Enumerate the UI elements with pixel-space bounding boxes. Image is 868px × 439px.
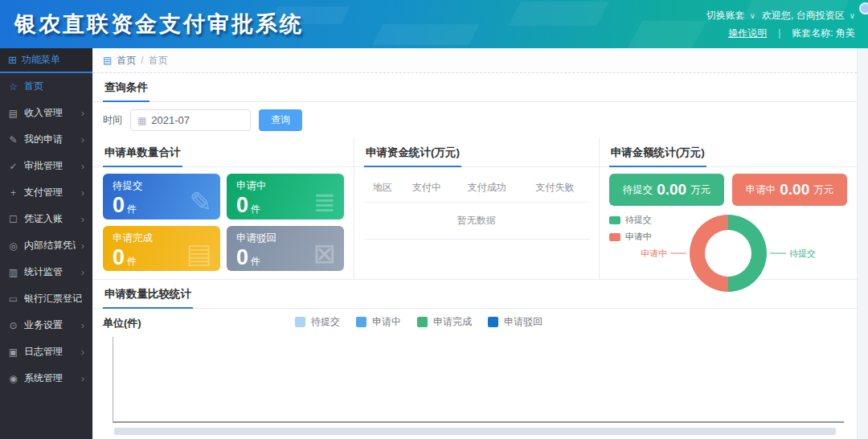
donut-label-pending: 待提交 (770, 248, 816, 260)
legend-swatch (356, 317, 366, 327)
chevron-right-icon: › (81, 319, 84, 331)
sidebar-item-income[interactable]: ▤ 收入管理 › (0, 100, 92, 126)
document-icon: ▤ (186, 237, 212, 269)
fund-stats-title: 申请资金统计(万元) (364, 138, 461, 167)
legend-item-in-progress[interactable]: 申请中 (356, 315, 401, 329)
chevron-right-icon: › (81, 160, 84, 172)
fund-stats-table: 地区 支付中 支付成功 支付失败 暂无数据 (364, 174, 589, 240)
fund-stats-panel: 申请资金统计(万元) 地区 支付中 支付成功 支付失败 (354, 138, 600, 279)
sidebar-item-statistics[interactable]: ▥ 统计监管 › (0, 259, 92, 285)
callout-line (670, 253, 686, 254)
chevron-right-icon: › (81, 372, 84, 384)
legend-item-pending[interactable]: 待提交 (609, 214, 652, 226)
sidebar-menu-header: ⊞ 功能菜单 (0, 48, 92, 73)
legend-item-rejected[interactable]: 申请驳回 (488, 315, 542, 329)
chevron-down-icon: ∨ (750, 11, 755, 20)
stat-card-in-progress[interactable]: 申请中 0件 ≣ (227, 174, 344, 220)
query-section-title: 查询条件 (103, 73, 149, 102)
sidebar-item-internal-settlement[interactable]: ◎ 内部结算凭证 › (0, 232, 92, 259)
bank-draft-icon: ▭ (8, 293, 18, 305)
document-reject-icon: ⊠ (313, 237, 336, 269)
home-icon: ☆ (8, 81, 18, 92)
time-label: 时间 (103, 113, 122, 127)
donut-label-inprogress: 申请中 (641, 248, 686, 260)
menu-grid-icon: ⊞ (8, 54, 17, 66)
business-settings-icon: ⊙ (8, 320, 18, 331)
header-decor (372, 24, 480, 45)
amount-donut-chart: 待提交 申请中 申请中 (609, 212, 847, 294)
chevron-down-icon: ∨ (850, 11, 855, 20)
switch-account-label: 切换账套 (706, 9, 745, 23)
compare-section: 申请数量比较统计 单位(件) 待提交 申请中 (93, 280, 857, 439)
legend-swatch (609, 233, 620, 241)
sidebar-item-log[interactable]: ▣ 日志管理 › (0, 338, 92, 365)
my-application-icon: ✎ (8, 134, 18, 146)
legend-swatch (609, 216, 620, 224)
sidebar-item-my-application[interactable]: ✎ 我的申请 › (0, 126, 92, 153)
empty-data-text: 暂无数据 (364, 203, 589, 240)
date-input[interactable] (151, 114, 244, 126)
amount-stats-title: 申请金额统计(万元) (609, 138, 706, 167)
compare-legend: 待提交 申请中 申请完成 (93, 315, 744, 329)
sidebar-item-home[interactable]: ☆ 首页 (0, 73, 92, 100)
income-icon: ▤ (8, 108, 18, 119)
header-decor (508, 2, 609, 26)
column-header: 地区 (364, 174, 401, 203)
column-header: 支付失败 (521, 174, 589, 203)
stat-card-pending-submit[interactable]: 待提交 0件 ✎ (103, 174, 220, 220)
sidebar-item-voucher-entry[interactable]: ☐ 凭证入账 › (0, 206, 92, 232)
welcome-user-dropdown[interactable]: 欢迎您, 台商投资区 ∨ (762, 9, 855, 23)
badge-inprogress-amount: 申请中 0.00 万元 (732, 174, 847, 206)
column-header: 支付中 (400, 174, 452, 203)
chevron-right-icon: › (81, 133, 84, 146)
search-button[interactable]: 查询 (259, 109, 302, 131)
list-check-icon: ≣ (313, 186, 336, 218)
statistics-icon: ▥ (8, 267, 18, 278)
divider: | (773, 27, 785, 39)
stat-card-rejected[interactable]: 申请驳回 0件 ⊠ (227, 226, 344, 272)
sidebar-item-approval[interactable]: ✓ 审批管理 › (0, 153, 92, 179)
donut-ring (690, 215, 767, 292)
column-header: 支付成功 (453, 174, 522, 203)
breadcrumb: ▤ 首页 / 首页 (93, 48, 857, 73)
approval-icon: ✓ (8, 161, 18, 172)
voucher-entry-icon: ☐ (8, 214, 18, 225)
account-name-label: 账套名称: 角美 (792, 27, 855, 40)
compare-chart-plot-area (113, 337, 844, 423)
breadcrumb-separator: / (141, 55, 143, 66)
legend-item-completed[interactable]: 申请完成 (417, 315, 472, 329)
sidebar-item-business-settings[interactable]: ⊙ 业务设置 › (0, 312, 92, 338)
legend-item-pending-submit[interactable]: 待提交 (295, 315, 340, 329)
breadcrumb-home[interactable]: 首页 (117, 54, 136, 68)
menu-header-label: 功能菜单 (22, 53, 60, 67)
edit-document-icon: ✎ (189, 186, 212, 218)
payment-icon: + (8, 187, 18, 199)
callout-line (770, 253, 786, 254)
sidebar-item-payment[interactable]: + 支付管理 › (0, 179, 92, 206)
operation-guide-link[interactable]: 操作说明 (728, 27, 767, 40)
header-user-area: 切换账套 ∨ 欢迎您, 台商投资区 ∨ 操作说明 | 账套名称: 角美 (706, 6, 855, 42)
legend-item-inprogress[interactable]: 申请中 (609, 231, 652, 243)
legend-swatch (488, 317, 498, 327)
sidebar-item-bank-draft[interactable]: ▭ 银行汇票登记 (0, 285, 92, 312)
badge-pending-amount: 待提交 0.00 万元 (609, 174, 724, 206)
stat-card-completed[interactable]: 申请完成 0件 ▤ (103, 226, 220, 272)
stats-row: 申请单数量合计 待提交 0件 ✎ 申请中 (93, 138, 857, 280)
app-header: 银农直联资金支付审批系统 切换账套 ∨ 欢迎您, 台商投资区 ∨ 操作说明 | … (0, 0, 868, 48)
system-icon: ◉ (8, 373, 18, 384)
header-decor (628, 21, 706, 48)
order-summary-title: 申请单数量合计 (103, 138, 182, 167)
chevron-right-icon: › (81, 240, 84, 252)
amount-stats-panel: 申请金额统计(万元) 待提交 0.00 万元 申请中 (600, 138, 857, 279)
app-title: 银农直联资金支付审批系统 (0, 10, 304, 39)
chart-horizontal-scrollbar[interactable] (114, 428, 836, 435)
document-icon: ▤ (103, 55, 112, 66)
chevron-right-icon: › (81, 187, 84, 199)
sidebar-item-system[interactable]: ◉ 系统管理 › (0, 365, 92, 392)
chevron-right-icon: › (81, 346, 84, 358)
date-picker[interactable]: ▦ (130, 109, 251, 131)
breadcrumb-current: 首页 (149, 54, 168, 68)
legend-swatch (417, 317, 428, 327)
switch-account-dropdown[interactable]: 切换账套 ∨ (706, 9, 755, 23)
notification-dot[interactable] (859, 2, 868, 14)
